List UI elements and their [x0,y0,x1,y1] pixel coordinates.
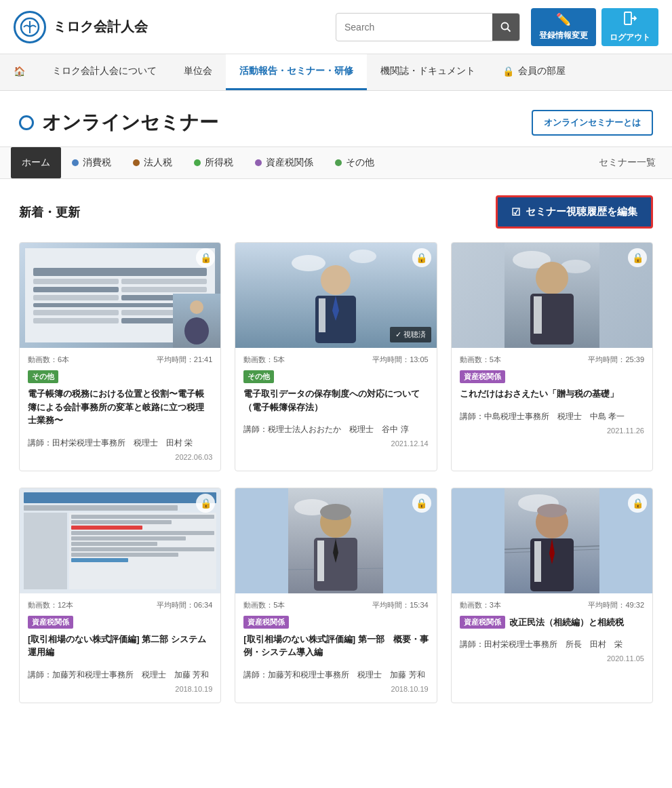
svg-rect-3 [625,12,631,24]
card-6-thumb: 🔒 [452,488,652,593]
logout-button[interactable]: ログアウト [601,8,658,46]
card-3-tag: 資産税関係 [460,370,505,383]
card-6-meta: 動画数：3本 平均時間：49:32 [460,600,644,610]
sub-nav-asset[interactable]: 資産税関係 [244,147,324,178]
page-title-text: オンラインセミナー [42,110,218,136]
svg-rect-11 [319,298,325,332]
card-6[interactable]: 🔒 動画数：3本 平均時間：49:32 資産税関係 改正民法（相続編）と相続税 … [451,488,653,703]
card-5[interactable]: 🔒 動画数：5本 平均時間：15:34 資産税関係 [取引相場のない株式評価編]… [235,488,437,703]
card-3-instructor: 講師：中島税理士事務所 税理士 中島 孝一 [460,410,644,422]
content: 新着・更新 ☑ セミナー視聴履歴を編集 [0,179,672,736]
card-2-tag: その他 [243,370,274,383]
card-3-body: 動画数：5本 平均時間：25:39 資産税関係 これだけはおさえたい「贈与税の基… [452,348,652,444]
edit-icon: ✏️ [556,12,571,27]
svg-rect-25 [317,540,324,581]
svg-point-9 [321,265,351,295]
card-5-lock: 🔒 [412,494,431,513]
logout-icon [622,11,637,29]
logo-text: ミロク会計人会 [53,18,148,36]
corporate-dot [133,159,140,166]
sub-nav-other[interactable]: その他 [324,147,385,178]
svg-line-2 [508,28,511,31]
card-1[interactable]: 🔒 動画数：6本 平均時間：21:41 その他 電子帳簿の税務における位置と役割… [19,242,221,471]
asset-dot [255,159,262,166]
card-2-title: 電子取引データの保存制度への対応について（電子帳簿保存法） [243,387,428,414]
edit-info-button[interactable]: ✏️ 登録情報変更 [531,8,596,46]
nav-member[interactable]: 🔒 会員の部屋 [489,54,579,90]
title-circle-icon [19,115,34,130]
card-5-tags: 資産税関係 [取引相場のない株式評価編] 第一部 概要・事例・システム導入編 [243,616,428,665]
card-1-tags: その他 電子帳簿の税務における位置と役割〜電子帳簿による会計事務所の変革と岐路に… [28,370,212,433]
card-5-thumb: 🔒 [235,488,436,593]
seminar-list-link[interactable]: セミナー一覧 [593,147,661,178]
card-5-date: 2018.10.19 [243,685,428,693]
card-2-tags: その他 電子取引データの保存制度への対応について（電子帳簿保存法） [243,370,428,419]
card-2-meta: 動画数：5本 平均時間：13:05 [243,355,428,365]
svg-rect-34 [534,541,541,582]
svg-rect-18 [534,296,542,334]
checkbox-icon: ☑ [511,206,520,218]
card-4-lock: 🔒 [196,494,215,513]
search-input[interactable] [336,22,492,33]
card-3-date: 2021.11.26 [460,427,644,435]
card-3-title: これだけはおさえたい「贈与税の基礎」 [460,387,618,401]
card-grid-row1: 🔒 動画数：6本 平均時間：21:41 その他 電子帳簿の税務における位置と役割… [19,242,653,471]
svg-point-16 [536,262,568,294]
nav-local[interactable]: 単位会 [170,54,226,90]
card-1-tag: その他 [28,370,58,383]
card-2-thumb: 🔒 ✓ 視聴済 [235,243,436,348]
card-4-meta: 動画数：12本 平均時間：06:34 [28,600,212,610]
svg-point-7 [292,255,325,271]
nav-home[interactable]: 🏠 [0,55,39,90]
edit-history-button[interactable]: ☑ セミナー視聴履歴を編集 [496,195,653,229]
income-dot [194,159,201,166]
lock-icon: 🔒 [502,66,514,77]
card-3-tags: 資産税関係 これだけはおさえたい「贈与税の基礎」 [460,370,644,406]
card-2-date: 2021.12.14 [243,439,428,448]
card-6-date: 2020.11.05 [460,654,644,663]
card-1-instructor: 講師：田村栄税理士事務所 税理士 田村 栄 [28,437,212,449]
svg-point-5 [184,317,209,344]
card-2-lock: 🔒 [412,248,431,267]
card-5-meta: 動画数：5本 平均時間：15:34 [243,600,428,610]
card-4[interactable]: 🔒 動画数：12本 平均時間：06:34 資産税関係 [取引相場のない株式評価編… [19,488,221,703]
section-title: 新着・更新 [19,204,80,220]
card-5-title: [取引相場のない株式評価編] 第一部 概要・事例・システム導入編 [243,633,428,659]
other-dot [335,159,342,166]
page-title: オンラインセミナー [19,110,218,136]
svg-point-1 [502,22,509,29]
nav-activity[interactable]: 活動報告・セミナー・研修 [226,54,367,90]
card-2-watched: ✓ 視聴済 [390,327,431,342]
card-3[interactable]: 🔒 動画数：5本 平均時間：25:39 資産税関係 これだけはおさえたい「贈与税… [451,242,653,471]
logout-label: ログアウト [610,32,650,43]
card-4-tags: 資産税関係 [取引相場のない株式評価編] 第二部 システム運用編 [28,616,212,665]
search-area [336,13,520,41]
card-grid-row2: 🔒 動画数：12本 平均時間：06:34 資産税関係 [取引相場のない株式評価編… [19,488,653,703]
card-3-meta: 動画数：5本 平均時間：25:39 [460,355,644,365]
card-1-thumb: 🔒 [20,243,220,348]
card-4-body: 動画数：12本 平均時間：06:34 資産税関係 [取引相場のない株式評価編] … [20,593,220,703]
nav-about[interactable]: ミロク会計人会について [39,54,170,90]
edit-info-label: 登録情報変更 [539,30,588,41]
card-4-instructor: 講師：加藤芳和税理士事務所 税理士 加藤 芳和 [28,669,212,681]
svg-point-32 [537,504,567,517]
nav-journal[interactable]: 機関誌・ドキュメント [367,54,489,90]
card-6-body: 動画数：3本 平均時間：49:32 資産税関係 改正民法（相続編）と相続税 講師… [452,593,652,673]
sub-nav: ホーム 消費税 法人税 所得税 資産税関係 その他 セミナー一覧 [0,146,672,179]
section-header: 新着・更新 ☑ セミナー視聴履歴を編集 [19,195,653,229]
page-title-area: オンラインセミナー オンラインセミナーとは [0,91,672,146]
card-2-body: 動画数：5本 平均時間：13:05 その他 電子取引データの保存制度への対応につ… [235,348,436,457]
card-2[interactable]: 🔒 ✓ 視聴済 動画数：5本 平均時間：13:05 その他 電子取引データの保存… [235,242,437,471]
sub-nav-home[interactable]: ホーム [11,147,61,178]
search-button[interactable] [492,13,519,41]
sub-nav-consumption[interactable]: 消費税 [61,147,122,178]
logo-area: ミロク会計人会 [14,11,336,43]
seminar-info-button[interactable]: オンラインセミナーとは [532,110,653,136]
sub-nav-income[interactable]: 所得税 [183,147,244,178]
card-1-title: 電子帳簿の税務における位置と役割〜電子帳簿による会計事務所の変革と岐路に立つ税理… [28,387,212,427]
header-buttons: ✏️ 登録情報変更 ログアウト [531,8,658,46]
svg-point-4 [190,300,203,314]
card-5-body: 動画数：5本 平均時間：15:34 資産税関係 [取引相場のない株式評価編] 第… [235,593,436,703]
sub-nav-corporate[interactable]: 法人税 [122,147,183,178]
svg-point-8 [349,250,376,263]
